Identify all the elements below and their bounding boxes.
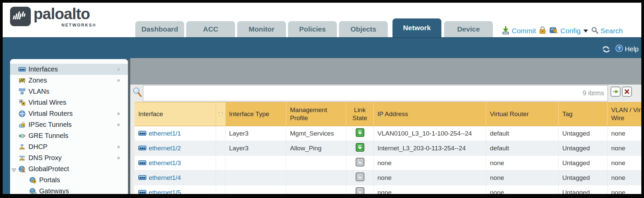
sidebar-item-globalprotect[interactable]: GlobalProtect — [10, 163, 128, 175]
interfaces-table: Interface Interface Type Management Prof… — [135, 102, 641, 194]
link-state-down-icon — [356, 172, 364, 183]
refresh-icon — [602, 46, 611, 53]
sidebar-item-dhcp[interactable]: IP DHCP — [10, 141, 128, 152]
status-dot — [117, 79, 120, 82]
refresh-button[interactable] — [602, 46, 611, 53]
tab-monitor[interactable]: Monitor — [237, 21, 286, 37]
table-row[interactable]: ethernet1/4 none none Untagged none — [135, 170, 641, 185]
sidebar-item-dns-proxy[interactable]: DNS DNS Proxy — [10, 152, 128, 163]
table-row[interactable]: ethernet1/1 Layer3 Mgmt_Services VLAN010… — [135, 126, 641, 141]
sidebar-item-vlans[interactable]: VLANs — [10, 86, 128, 97]
dns-proxy-icon: DNS — [18, 155, 26, 161]
virtual-routers-icon — [18, 110, 26, 117]
svg-text:?: ? — [618, 46, 621, 51]
column-sort-menu[interactable] — [216, 102, 225, 126]
ethernet-interface-icon — [138, 189, 146, 194]
header-utilities: Commit C — [502, 26, 623, 36]
status-dot — [117, 112, 120, 115]
help-icon: ? — [615, 44, 623, 54]
sidebar-item-zones[interactable]: Zones — [10, 75, 128, 86]
sort-dropdown-icon[interactable] — [218, 113, 223, 116]
tab-acc[interactable]: ACC — [186, 21, 235, 37]
table-row[interactable]: ethernet1/2 Layer3 Allow_Ping Internet_L… — [135, 141, 641, 156]
link-state-up-icon — [356, 143, 364, 153]
filter-input[interactable] — [143, 85, 608, 101]
chevron-down-icon — [583, 30, 588, 33]
config-menu-button[interactable]: Config — [549, 26, 588, 36]
teal-toolbar: ? Help — [3, 37, 641, 58]
sidebar-item-gre-tunnels[interactable]: GRE Tunnels — [10, 130, 128, 141]
link-state-up-icon — [356, 128, 364, 139]
app-window: paloalto NETWORKS® Dashboard ACC Monitor… — [0, 0, 644, 198]
gateways-icon — [29, 188, 37, 194]
search-icon — [591, 27, 598, 36]
paloalto-logo-icon — [10, 7, 31, 26]
brand-wordmark: paloalto — [33, 5, 90, 23]
ethernet-interface-icon — [138, 145, 146, 152]
column-vlan-virtual-wire[interactable]: VLAN / Virtual Wire — [607, 102, 641, 126]
tab-policies[interactable]: Policies — [288, 21, 337, 37]
green-arrow-icon — [612, 89, 619, 94]
tab-objects[interactable]: Objects — [339, 21, 388, 37]
search-button[interactable]: Search — [591, 27, 623, 36]
sidebar-scrollbar[interactable] — [128, 59, 130, 194]
vlans-icon — [18, 88, 26, 95]
column-ip-address[interactable]: IP Address — [374, 102, 486, 126]
app-stage: paloalto NETWORKS® Dashboard ACC Monitor… — [3, 3, 641, 194]
filter-bar: 9 items — [143, 85, 608, 101]
interface-link[interactable]: ethernet1/3 — [149, 159, 181, 167]
sidebar-item-interfaces[interactable]: Interfaces — [10, 64, 128, 75]
globalprotect-icon — [18, 166, 26, 172]
column-interface-type[interactable]: Interface Type — [225, 102, 286, 126]
tab-device[interactable]: Device — [444, 21, 493, 37]
apply-filter-button[interactable] — [611, 87, 621, 97]
link-state-down-icon — [356, 158, 364, 168]
column-interface[interactable]: Interface — [135, 102, 216, 126]
ethernet-interface-icon — [138, 159, 146, 167]
sidebar-item-ipsec-tunnels[interactable]: IPSec Tunnels — [10, 119, 128, 130]
column-management-profile[interactable]: Management Profile — [286, 102, 346, 126]
table-row[interactable]: ethernet1/5 none none Untagged none — [135, 185, 641, 194]
tab-dashboard[interactable]: Dashboard — [135, 21, 184, 37]
interface-link[interactable]: ethernet1/1 — [149, 130, 181, 137]
filter-search-icon — [133, 87, 142, 99]
gre-tunnels-icon — [18, 133, 26, 139]
lock-icon[interactable] — [539, 26, 546, 36]
expander-icon[interactable] — [11, 166, 16, 174]
status-dot — [117, 146, 120, 148]
zones-icon — [18, 77, 26, 84]
interface-link[interactable]: ethernet1/5 — [149, 189, 181, 194]
sidebar-item-portals[interactable]: Portals — [10, 175, 128, 186]
status-dot — [117, 157, 120, 159]
interface-link[interactable]: ethernet1/4 — [149, 174, 181, 182]
help-button[interactable]: ? Help — [615, 44, 639, 54]
network-sidebar: Interfaces Zones VLANs Virtual Wires — [10, 59, 128, 194]
tab-network[interactable]: Network — [392, 18, 441, 37]
ethernet-interface-icon — [138, 130, 146, 137]
config-keys-icon — [549, 26, 558, 36]
column-tag[interactable]: Tag — [559, 102, 607, 126]
sidebar-item-gateways[interactable]: Gateways — [10, 186, 128, 194]
column-virtual-router[interactable]: Virtual Router — [486, 102, 559, 126]
top-header: paloalto NETWORKS® Dashboard ACC Monitor… — [3, 3, 641, 37]
interface-link[interactable]: ethernet1/2 — [149, 145, 181, 152]
dhcp-icon: IP — [18, 144, 26, 150]
interfaces-icon — [18, 66, 26, 73]
clear-filter-button[interactable] — [622, 87, 632, 97]
portals-icon — [29, 177, 37, 184]
ethernet-interface-icon — [138, 174, 146, 182]
table-row[interactable]: ethernet1/3 none none Untagged none — [135, 156, 641, 170]
brand-sub-wordmark: NETWORKS® — [43, 23, 96, 28]
commit-button[interactable]: Commit — [502, 26, 536, 36]
clear-x-icon — [624, 89, 630, 94]
sidebar-item-virtual-routers[interactable]: Virtual Routers — [10, 108, 128, 119]
sidebar-item-virtual-wires[interactable]: Virtual Wires — [10, 97, 128, 108]
table-header-row: Interface Interface Type Management Prof… — [135, 102, 641, 126]
link-state-down-icon — [356, 187, 364, 194]
commit-icon — [502, 26, 510, 36]
status-dot — [117, 123, 120, 126]
ipsec-tunnels-icon — [18, 121, 26, 128]
status-dot — [117, 68, 120, 71]
column-link-state[interactable]: Link State — [346, 102, 374, 126]
virtual-wires-icon — [18, 99, 26, 106]
